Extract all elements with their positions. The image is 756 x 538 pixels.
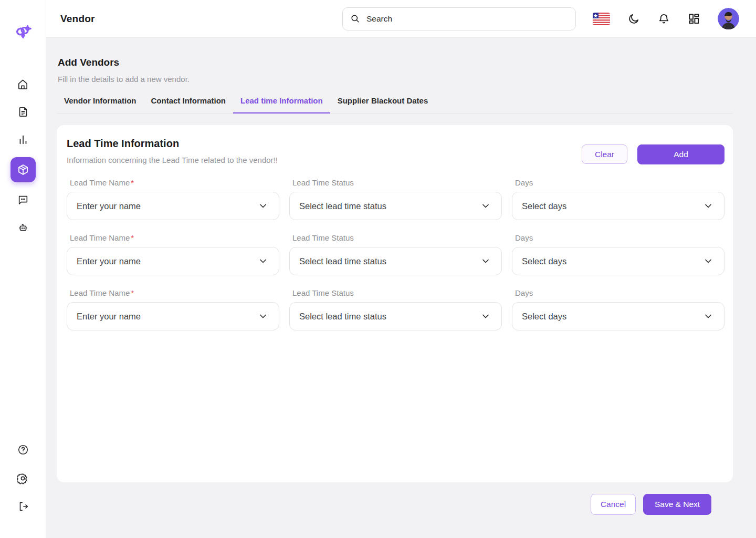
card-title: Lead Time Information	[67, 138, 278, 150]
footer-actions: Cancel Save & Next	[57, 494, 711, 515]
cancel-button[interactable]: Cancel	[591, 494, 636, 515]
clear-button[interactable]: Clear	[582, 144, 627, 164]
page-title: Add Vendors	[58, 57, 733, 68]
notifications-button[interactable]	[658, 13, 670, 25]
field-days-3: Days Select days	[512, 288, 724, 330]
bot-icon	[17, 222, 29, 233]
sidebar-bottom-nav	[12, 439, 35, 517]
chevron-down-icon	[258, 201, 268, 211]
days-select-1[interactable]: Select days	[512, 192, 724, 220]
app-root: Vendor	[0, 0, 756, 538]
select-placeholder: Select days	[522, 201, 566, 211]
sidebar-nav	[10, 74, 36, 238]
days-select-3[interactable]: Select days	[512, 302, 724, 330]
select-placeholder: Select days	[522, 312, 566, 322]
field-label: Days	[515, 288, 724, 297]
search-input[interactable]	[366, 14, 568, 24]
top-header: Vendor	[46, 0, 756, 38]
chevron-down-icon	[480, 256, 491, 266]
apps-grid-icon	[688, 13, 700, 25]
field-days-2: Days Select days	[512, 233, 724, 275]
apps-dashboard-button[interactable]	[688, 13, 700, 25]
lead-time-name-select-3[interactable]: Enter your name	[67, 302, 279, 330]
home-icon	[17, 78, 29, 90]
sidebar-item-bot[interactable]	[12, 217, 35, 238]
sidebar-item-analytics[interactable]	[12, 129, 35, 150]
field-label: Lead Time Name*	[70, 288, 279, 297]
field-lead-time-status-2: Lead Time Status Select lead time status	[289, 233, 502, 275]
required-asterisk: *	[131, 233, 134, 242]
page-subtitle: Fill in the details to add a new vendor.	[58, 75, 733, 84]
select-placeholder: Select lead time status	[299, 312, 386, 322]
lead-time-card: Lead Time Information Information concer…	[57, 125, 733, 482]
tab-bar: Vendor Information Contact Information L…	[57, 96, 733, 113]
select-placeholder: Enter your name	[77, 201, 141, 211]
bar-chart-icon	[17, 134, 29, 146]
tab-lead-time-information[interactable]: Lead time Information	[233, 96, 330, 113]
field-lead-time-status-1: Lead Time Status Select lead time status	[289, 178, 502, 220]
tab-contact-information[interactable]: Contact Information	[144, 96, 234, 113]
lead-time-status-select-3[interactable]: Select lead time status	[289, 302, 502, 330]
sidebar-item-settings[interactable]	[12, 468, 35, 489]
sidebar-item-logout[interactable]	[12, 496, 35, 517]
main-area: Vendor	[46, 0, 756, 538]
app-logo-icon[interactable]	[12, 21, 35, 44]
help-icon	[17, 444, 29, 456]
lead-time-name-select-2[interactable]: Enter your name	[67, 247, 279, 275]
chevron-down-icon	[703, 201, 713, 211]
chevron-down-icon	[480, 201, 491, 211]
header-title: Vendor	[60, 13, 95, 25]
flag-liberia-icon	[593, 13, 610, 25]
header-icons	[593, 8, 739, 29]
dark-mode-toggle[interactable]	[628, 13, 640, 25]
chevron-down-icon	[258, 256, 268, 266]
card-actions: Clear Add	[582, 138, 724, 164]
sidebar-item-home[interactable]	[12, 74, 35, 95]
select-placeholder: Select days	[522, 256, 566, 266]
moon-icon	[628, 13, 640, 25]
days-select-2[interactable]: Select days	[512, 247, 724, 275]
sidebar	[0, 0, 46, 538]
sidebar-item-documents[interactable]	[12, 101, 35, 122]
search-box[interactable]	[342, 7, 576, 30]
language-flag-button[interactable]	[593, 13, 610, 25]
field-lead-time-name-3: Lead Time Name* Enter your name	[67, 288, 279, 330]
settings-icon	[17, 472, 29, 484]
cube-icon	[17, 163, 29, 176]
field-lead-time-name-2: Lead Time Name* Enter your name	[67, 233, 279, 275]
user-avatar[interactable]	[718, 8, 739, 29]
tab-supplier-blackout-dates[interactable]: Supplier Blackout Dates	[330, 96, 436, 113]
document-icon	[17, 106, 29, 118]
chevron-down-icon	[703, 311, 713, 322]
add-button[interactable]: Add	[637, 144, 724, 164]
lead-time-status-select-1[interactable]: Select lead time status	[289, 192, 502, 220]
sidebar-item-inventory[interactable]	[10, 157, 36, 182]
card-header: Lead Time Information Information concer…	[67, 138, 724, 164]
field-lead-time-name-1: Lead Time Name* Enter your name	[67, 178, 279, 220]
field-label: Days	[515, 178, 724, 187]
chevron-down-icon	[703, 256, 713, 266]
chat-icon	[17, 194, 29, 205]
card-subtitle: Information concerning the Lead Time rel…	[67, 156, 278, 164]
sidebar-item-help[interactable]	[12, 439, 35, 460]
search-icon	[350, 14, 360, 24]
field-days-1: Days Select days	[512, 178, 724, 220]
select-placeholder: Select lead time status	[299, 201, 386, 211]
save-next-button[interactable]: Save & Next	[643, 494, 711, 515]
field-label: Lead Time Status	[292, 178, 502, 187]
field-label: Lead Time Status	[292, 288, 502, 297]
select-placeholder: Enter your name	[77, 256, 141, 266]
chevron-down-icon	[480, 311, 491, 322]
bell-icon	[658, 13, 670, 25]
required-asterisk: *	[131, 178, 134, 187]
field-label: Days	[515, 233, 724, 242]
lead-time-status-select-2[interactable]: Select lead time status	[289, 247, 502, 275]
field-lead-time-status-3: Lead Time Status Select lead time status	[289, 288, 502, 330]
select-placeholder: Enter your name	[77, 312, 141, 322]
tab-vendor-information[interactable]: Vendor Information	[57, 96, 144, 113]
logout-icon	[17, 501, 29, 512]
lead-time-name-select-1[interactable]: Enter your name	[67, 192, 279, 220]
field-label: Lead Time Status	[292, 233, 502, 242]
sidebar-item-chat[interactable]	[12, 189, 35, 210]
field-label: Lead Time Name*	[70, 178, 279, 187]
